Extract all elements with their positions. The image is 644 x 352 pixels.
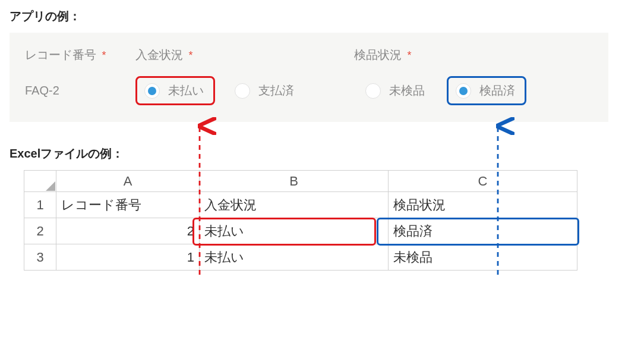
- excel-cell-c1[interactable]: 検品状況: [389, 192, 577, 218]
- excel-corner-triangle-icon: [46, 181, 55, 191]
- app-example-heading: アプリの例：: [10, 8, 634, 24]
- radio-label: 検品済: [479, 83, 515, 99]
- required-mark-icon: *: [408, 49, 412, 61]
- payment-status-label: 入金状況 *: [135, 47, 354, 63]
- excel-row-header-3[interactable]: 3: [24, 244, 56, 271]
- excel-cell-b1[interactable]: 入金状況: [200, 192, 389, 218]
- excel-row-header-1[interactable]: 1: [24, 192, 56, 218]
- payment-radio-group: 未払い 支払済: [135, 76, 356, 105]
- required-mark-icon: *: [102, 49, 106, 61]
- radio-option-paid[interactable]: 支払済: [226, 76, 305, 105]
- radio-label: 未検品: [389, 83, 425, 99]
- record-number-label-text: レコード番号: [25, 48, 96, 61]
- radio-label: 未払い: [168, 83, 204, 99]
- radio-circle-icon: [456, 83, 471, 99]
- excel-select-all-corner[interactable]: [24, 171, 56, 192]
- excel-table: A B C 1 レコード番号 入金状況 検品状況 2 2 未払い 検品済 3 1…: [24, 170, 577, 271]
- payment-status-label-text: 入金状況: [135, 48, 183, 61]
- record-number-value: FAQ-2: [25, 84, 135, 98]
- inspection-status-label-text: 検品状況: [354, 48, 402, 61]
- excel-cell-a3[interactable]: 1: [56, 244, 200, 271]
- excel-cell-a2[interactable]: 2: [56, 218, 200, 244]
- radio-option-inspected[interactable]: 検品済: [447, 76, 526, 105]
- app-form-panel: レコード番号 * 入金状況 * 検品状況 * FAQ-2 未払い 支払済: [10, 33, 608, 122]
- excel-example-heading: Excelファイルの例：: [10, 146, 634, 162]
- record-number-label: レコード番号 *: [25, 47, 135, 63]
- excel-cell-a1[interactable]: レコード番号: [56, 192, 200, 218]
- excel-column-header-b[interactable]: B: [200, 171, 389, 192]
- radio-circle-icon: [365, 83, 381, 99]
- svg-marker-0: [46, 181, 55, 191]
- radio-label: 支払済: [258, 83, 294, 99]
- inspection-status-label: 検品状況 *: [354, 47, 412, 63]
- excel-column-header-a[interactable]: A: [56, 171, 200, 192]
- inspection-radio-group: 未検品 検品済: [356, 76, 526, 105]
- radio-circle-icon: [235, 83, 250, 99]
- excel-column-header-c[interactable]: C: [389, 171, 577, 192]
- radio-option-uninspected[interactable]: 未検品: [356, 76, 436, 105]
- excel-cell-c2[interactable]: 検品済: [389, 218, 577, 244]
- radio-option-unpaid[interactable]: 未払い: [135, 76, 215, 105]
- excel-cell-b3[interactable]: 未払い: [200, 244, 389, 271]
- radio-circle-icon: [144, 83, 160, 99]
- excel-cell-b2[interactable]: 未払い: [200, 218, 389, 244]
- excel-cell-c3[interactable]: 未検品: [389, 244, 577, 271]
- required-mark-icon: *: [189, 49, 193, 61]
- excel-row-header-2[interactable]: 2: [24, 218, 56, 244]
